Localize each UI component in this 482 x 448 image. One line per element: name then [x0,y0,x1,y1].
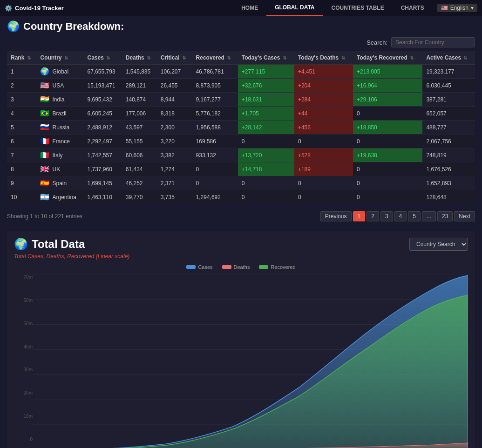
y-label-30m: 30m [14,367,33,372]
table-row: 10🇦🇷Argentina1,463,11039,7703,7351,294,6… [7,190,475,204]
chart-subtitle: Total Cases, Deaths, Recovered (Linear s… [14,253,468,260]
page-2-button[interactable]: 2 [367,211,379,221]
main-content: 🌍 Country Breakdown: Search: Rank ⇅ Coun… [0,16,482,448]
chart-title: 🌍 Total Data [14,238,85,251]
table-row: 7🇮🇹Italy1,742,55760,6063,382933,132+13,7… [7,148,475,162]
legend-cases-color [186,265,196,269]
pagination-bar: Showing 1 to 10 of 221 entries Previous … [7,209,475,224]
chart-legend: Cases Deaths Recovered [14,264,468,270]
col-today-recovered[interactable]: Today's Recovered ⇅ [353,51,422,65]
chart-globe-icon: 🌍 [14,238,28,251]
col-deaths[interactable]: Deaths ⇅ [122,51,157,65]
language-selector[interactable]: 🇺🇸 English ▾ [437,4,477,12]
y-label-10m: 10m [14,414,33,419]
y-label-0: 0 [14,437,33,442]
legend-recovered-color [259,265,268,269]
col-cases[interactable]: Cases ⇅ [84,51,122,65]
pagination-info: Showing 1 to 10 of 221 entries [7,213,82,220]
page-5-button[interactable]: 5 [408,211,421,221]
chevron-down-icon: ▾ [471,5,474,11]
table-row: 5🇷🇺Russia2,488,91243,5972,3001,956,588+2… [7,120,475,134]
page-4-button[interactable]: 4 [394,211,407,221]
page-1-button[interactable]: 1 [353,211,366,221]
search-label: Search: [367,39,387,46]
legend-cases: Cases [186,264,212,270]
page-ellipsis: ... [422,211,436,221]
search-input[interactable] [391,37,475,47]
nav-countries-table[interactable]: COUNTRIES TABLE [323,0,393,16]
nav-home[interactable]: HOME [233,0,266,16]
countries-table: Rank ⇅ Country ⇅ Cases ⇅ Deaths ⇅ Critic… [7,51,475,204]
chart-header: 🌍 Total Data Country Search [14,238,468,251]
legend-deaths: Deaths [222,264,250,270]
col-today-cases[interactable]: Today's Cases ⇅ [238,51,294,65]
col-country[interactable]: Country ⇅ [36,51,83,65]
col-rank[interactable]: Rank ⇅ [7,51,36,65]
legend-recovered-label: Recovered [271,264,295,270]
y-label-60m: 60m [14,298,33,303]
app-logo: ⚙️ Covid-19 Tracker [5,5,64,12]
app-title: Covid-19 Tracker [15,5,64,12]
chart-section: 🌍 Total Data Country Search Total Cases,… [7,231,475,448]
pagination-controls: Previous 1 2 3 4 5 ... 23 Next [320,211,475,221]
legend-cases-label: Cases [198,264,212,270]
page-title: 🌍 Country Breakdown: [7,20,475,33]
table-row: 1🌍Global67,655,7931,545,835106,20746,786… [7,65,475,79]
y-label-20m: 20m [14,390,33,395]
chart-inner [33,274,468,448]
table-row: 8🇬🇧UK1,737,96061,4341,2740+14,718+18901,… [7,162,475,176]
table-row: 4🇧🇷Brazil6,605,245177,0068,3185,776,182+… [7,107,475,120]
y-label-50m: 50m [14,321,33,326]
page-23-button[interactable]: 23 [437,211,453,221]
y-label-70m: 70m [14,274,33,280]
globe-icon: 🌍 [7,20,20,33]
col-critical[interactable]: Critical ⇅ [157,51,192,65]
country-search-select[interactable]: Country Search [409,238,468,251]
prev-button[interactable]: Previous [320,211,352,221]
nav-charts[interactable]: CHARTS [393,0,433,16]
table-row: 3🇮🇳India9,695,432140,8748,9449,167,277+1… [7,93,475,107]
legend-recovered: Recovered [259,264,295,270]
legend-deaths-color [222,265,231,269]
chart-container: 70m 60m 50m 40m 30m 20m 10m 0 [14,274,468,448]
col-today-deaths[interactable]: Today's Deaths ⇅ [294,51,353,65]
table-row: 2🇺🇸USA15,193,471289,12126,4558,873,905+3… [7,79,475,93]
table-row: 6🇫🇷France2,292,49755,1553,220169,5860002… [7,134,475,148]
y-axis: 70m 60m 50m 40m 30m 20m 10m 0 [14,274,33,448]
legend-deaths-label: Deaths [234,264,250,270]
y-label-40m: 40m [14,344,33,349]
area-chart-svg [33,274,468,448]
search-bar: Search: [7,37,475,47]
col-recovered[interactable]: Recovered ⇅ [192,51,238,65]
navbar: ⚙️ Covid-19 Tracker HOME GLOBAL DATA COU… [0,0,482,16]
nav-links: HOME GLOBAL DATA COUNTRIES TABLE CHARTS [233,0,432,16]
nav-global-data[interactable]: GLOBAL DATA [266,0,323,16]
col-active-cases[interactable]: Active Cases ⇅ [422,51,475,65]
next-button[interactable]: Next [454,211,475,221]
flag-icon: 🇺🇸 [441,5,448,11]
table-header-row: Rank ⇅ Country ⇅ Cases ⇅ Deaths ⇅ Critic… [7,51,475,65]
page-3-button[interactable]: 3 [380,211,393,221]
logo-icon: ⚙️ [5,5,12,12]
table-row: 9🇪🇸Spain1,699,14546,2522,37100001,652,89… [7,176,475,190]
language-label: English [450,5,468,11]
